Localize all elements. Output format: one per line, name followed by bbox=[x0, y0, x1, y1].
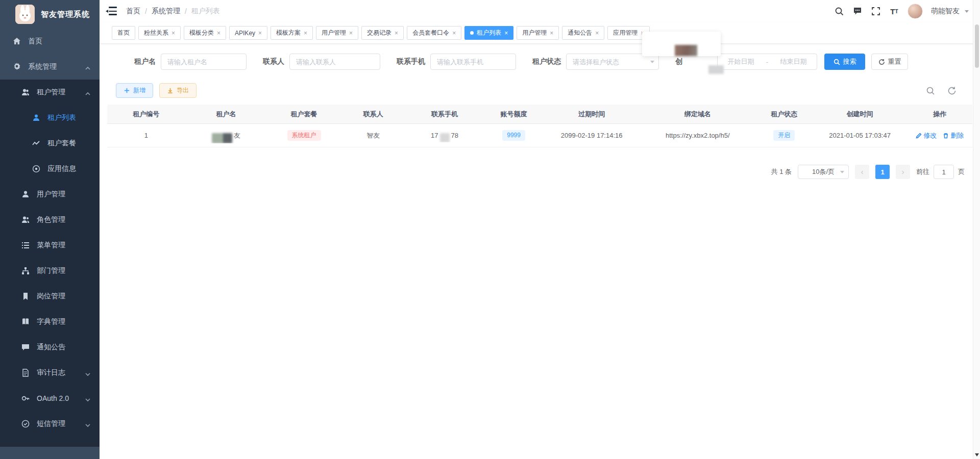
sidebar-item-system[interactable]: 系统管理 bbox=[0, 54, 100, 80]
add-button[interactable]: 新增 bbox=[116, 83, 153, 98]
tab-home[interactable]: 首页 bbox=[112, 26, 135, 40]
close-icon[interactable]: × bbox=[395, 30, 398, 36]
sidebar-item-tenant-list[interactable]: 租户列表 bbox=[0, 105, 100, 131]
tab-label: 模板方案 bbox=[276, 29, 301, 37]
vertical-scrollbar[interactable] bbox=[973, 0, 980, 459]
tab-apikey[interactable]: APIKey× bbox=[229, 26, 267, 40]
export-button[interactable]: 导出 bbox=[159, 83, 197, 98]
col-header-quota: 账号额度 bbox=[483, 110, 544, 119]
chevron-down-icon[interactable] bbox=[965, 10, 969, 13]
close-icon[interactable]: × bbox=[349, 30, 353, 36]
tab-trade-record[interactable]: 交易记录× bbox=[361, 26, 404, 40]
close-icon[interactable]: × bbox=[550, 30, 553, 36]
sidebar-collapse-icon[interactable] bbox=[106, 7, 117, 16]
cell-tenant-name: 友 bbox=[185, 128, 267, 143]
reset-button[interactable]: 重置 bbox=[871, 54, 908, 70]
redaction-blur bbox=[675, 45, 697, 56]
prev-page-button[interactable]: ‹ bbox=[855, 165, 869, 179]
zoom-table-icon[interactable] bbox=[925, 86, 936, 96]
page-size-select[interactable]: 10条/页 bbox=[798, 165, 849, 179]
phone-input[interactable] bbox=[430, 54, 516, 70]
sidebar-item-audit-log[interactable]: 审计日志 bbox=[0, 360, 100, 386]
close-icon[interactable]: × bbox=[504, 30, 508, 36]
col-header-status: 租户状态 bbox=[756, 110, 812, 119]
download-icon bbox=[167, 87, 174, 94]
create-time-daterange[interactable]: 开始日期 - 结束日期 bbox=[717, 54, 817, 70]
avatar[interactable] bbox=[908, 4, 923, 19]
sidebar-item-label: 通知公告 bbox=[37, 343, 65, 352]
tenant-name-input[interactable] bbox=[161, 54, 247, 70]
search-button[interactable]: 搜索 bbox=[824, 54, 865, 70]
filter-form: 租户名 联系人 联系手机 租户状态 bbox=[134, 54, 908, 70]
sidebar-item-label: 用户管理 bbox=[37, 190, 65, 199]
sidebar-item-user-mgmt[interactable]: 用户管理 bbox=[0, 182, 100, 207]
breadcrumb-home[interactable]: 首页 bbox=[126, 7, 140, 16]
search-icon[interactable] bbox=[834, 6, 844, 16]
sidebar-item-tenant-mgmt[interactable]: 租户管理 bbox=[0, 80, 100, 105]
goto-page-input[interactable] bbox=[934, 165, 954, 179]
message-icon[interactable] bbox=[852, 6, 863, 16]
list-icon bbox=[21, 241, 30, 249]
close-icon[interactable]: × bbox=[217, 30, 220, 36]
delete-link[interactable]: 删除 bbox=[943, 131, 964, 140]
sidebar-item-oauth[interactable]: OAuth 2.0 bbox=[0, 386, 100, 411]
reset-button-label: 重置 bbox=[888, 57, 901, 66]
sidebar-item-home[interactable]: 首页 bbox=[0, 29, 100, 54]
sidebar-item-sms-mgmt[interactable]: 短信管理 bbox=[0, 411, 100, 437]
sidebar-item-label: 审计日志 bbox=[37, 368, 65, 377]
table-row: 1 友 系统租户 智友 17 78 9999 bbox=[107, 124, 972, 147]
chevron-up-icon bbox=[85, 64, 90, 69]
sidebar-item-notice[interactable]: 通知公告 bbox=[0, 335, 100, 360]
breadcrumb-system[interactable]: 系统管理 bbox=[152, 7, 180, 16]
tenant-name-label: 租户名 bbox=[134, 57, 156, 66]
tab-label: 通知公告 bbox=[568, 29, 592, 37]
page-number-1[interactable]: 1 bbox=[875, 165, 890, 179]
sidebar-item-menu-mgmt[interactable]: 菜单管理 bbox=[0, 233, 100, 258]
tab-template-plan[interactable]: 模板方案× bbox=[271, 26, 313, 40]
search-button-label: 搜索 bbox=[843, 57, 856, 66]
home-icon bbox=[13, 37, 21, 45]
col-header-contact: 联系人 bbox=[341, 110, 406, 119]
sidebar-item-label: 租户管理 bbox=[37, 88, 65, 97]
tab-fans[interactable]: 粉丝关系× bbox=[138, 26, 181, 40]
quota-badge: 9999 bbox=[502, 130, 525, 140]
breadcrumb-separator: / bbox=[145, 7, 147, 15]
fullscreen-icon[interactable] bbox=[871, 6, 881, 16]
tab-user-mgmt-2[interactable]: 用户管理× bbox=[517, 26, 559, 40]
logo-row[interactable]: 智友管理系统 bbox=[0, 0, 100, 29]
sidebar-item-post-mgmt[interactable]: 岗位管理 bbox=[0, 284, 100, 309]
scroll-down-arrow-icon[interactable] bbox=[973, 451, 980, 459]
next-page-button[interactable]: › bbox=[896, 165, 910, 179]
sidebar-item-label: 岗位管理 bbox=[37, 292, 65, 301]
close-icon[interactable]: × bbox=[595, 30, 599, 36]
font-size-icon[interactable]: TT bbox=[889, 6, 899, 16]
sidebar-item-dept-mgmt[interactable]: 部门管理 bbox=[0, 258, 100, 284]
refresh-table-icon[interactable] bbox=[947, 86, 957, 96]
close-icon[interactable]: × bbox=[258, 30, 262, 36]
sidebar-submenu: 租户管理 租户列表 租户套餐 应用信息 用户管理 角色管理 bbox=[0, 80, 100, 447]
sidebar-item-dict-mgmt[interactable]: 字典管理 bbox=[0, 309, 100, 335]
sidebar-item-label: 角色管理 bbox=[37, 215, 65, 224]
username[interactable]: 萌能智友 bbox=[931, 7, 960, 16]
tab-user-mgmt-1[interactable]: 用户管理× bbox=[316, 26, 358, 40]
edit-link[interactable]: 修改 bbox=[916, 131, 937, 140]
badge-icon bbox=[21, 292, 30, 300]
sidebar-item-app-info[interactable]: 应用信息 bbox=[0, 156, 100, 182]
pagination: 共 1 条 10条/页 ‹ 1 › 前往 页 bbox=[771, 165, 965, 179]
tab-member-package-code[interactable]: 会员套餐口令× bbox=[407, 26, 461, 40]
sidebar-item-tenant-package[interactable]: 租户套餐 bbox=[0, 131, 100, 156]
navbar-actions: TT 萌能智友 bbox=[834, 0, 969, 22]
tab-notice[interactable]: 通知公告× bbox=[562, 26, 604, 40]
close-icon[interactable]: × bbox=[172, 30, 175, 36]
col-header-tenant-name: 租户名 bbox=[185, 110, 267, 119]
sidebar-item-label: 菜单管理 bbox=[37, 241, 65, 250]
contact-input[interactable] bbox=[289, 54, 380, 70]
tab-template-category[interactable]: 模板分类× bbox=[184, 26, 226, 40]
scrollbar-thumb[interactable] bbox=[975, 24, 979, 68]
close-icon[interactable]: × bbox=[304, 30, 307, 36]
close-icon[interactable]: × bbox=[452, 30, 456, 36]
org-tree-icon bbox=[21, 267, 30, 275]
sidebar-item-role-mgmt[interactable]: 角色管理 bbox=[0, 207, 100, 233]
cell-quota: 9999 bbox=[483, 130, 544, 140]
tab-tenant-list[interactable]: 租户列表× bbox=[464, 26, 513, 40]
